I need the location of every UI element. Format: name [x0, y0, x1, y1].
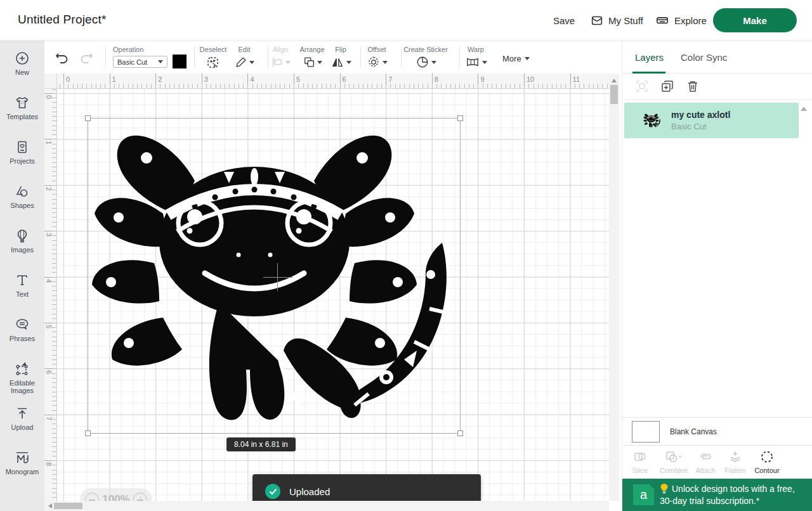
contour-icon: [759, 450, 775, 465]
tab-layers[interactable]: Layers: [635, 41, 664, 74]
project-title: Untitled Project*: [18, 13, 107, 27]
caret-down-icon: [346, 61, 351, 64]
vertical-scroll-thumb[interactable]: [610, 85, 618, 104]
ruler-number: 0: [66, 75, 70, 83]
redo-button[interactable]: [79, 51, 94, 65]
sidebar-item-templates[interactable]: Templates: [0, 95, 44, 139]
flatten-button: Flatten: [719, 450, 751, 474]
lightbulb-icon: [660, 484, 669, 494]
ruler-number: 5: [45, 325, 53, 328]
layer-name: my cute axlotl: [671, 110, 730, 120]
resize-handle-bottom-right[interactable]: [457, 430, 463, 436]
trial-upsell-banner[interactable]: a Unlock design tools with a free, 30-da…: [622, 479, 812, 511]
color-swatch[interactable]: [173, 55, 187, 68]
undo-button[interactable]: [55, 51, 70, 65]
design-space-app: Untitled Project* Save My Stuff Exp: [0, 0, 812, 511]
project-notebook-icon: [15, 139, 30, 155]
cursor-crosshair: [277, 263, 278, 291]
sidebar-item-shapes[interactable]: Shapes: [0, 184, 44, 228]
operation-select[interactable]: Basic Cut: [113, 56, 167, 68]
slice-button: Slice: [624, 450, 656, 474]
shapes-icon: [15, 184, 30, 199]
canvas-color-swatch[interactable]: [632, 421, 660, 443]
access-badge: a: [633, 484, 654, 505]
flip-button[interactable]: Flip: [325, 41, 357, 68]
flatten-icon: [728, 450, 743, 465]
plus-circle-icon: [15, 51, 30, 66]
ruler-number: 1: [45, 141, 53, 145]
sidebar-item-images[interactable]: Images: [0, 228, 44, 273]
sidebar-item-phrases[interactable]: Phrases: [0, 317, 44, 361]
sidebar-item-text[interactable]: Text: [0, 273, 44, 317]
make-button[interactable]: Make: [713, 8, 797, 32]
ruler-number: 8: [45, 462, 53, 466]
save-button[interactable]: Save: [553, 0, 575, 41]
ruler-number: 1: [112, 75, 116, 83]
layer-operation: Basic Cut: [671, 122, 730, 131]
left-sidebar: New Templates Projects Shapes: [0, 41, 44, 511]
caret-down-icon: [249, 61, 254, 64]
duplicate-layer-button[interactable]: [660, 79, 674, 93]
sidebar-item-new[interactable]: New: [0, 51, 44, 95]
upload-icon: [15, 406, 30, 421]
paperclip-icon: [698, 450, 713, 465]
flip-icon: [331, 56, 344, 68]
caret-down-icon: [525, 57, 530, 60]
ruler-corner: [44, 74, 57, 89]
success-check-icon: [265, 484, 280, 499]
ruler-vertical: 012345678: [44, 89, 57, 501]
ruler-number: 9: [480, 75, 484, 83]
dimensions-badge: 8.04 in x 6.81 in: [226, 437, 296, 451]
combine-button: Combine: [655, 450, 693, 474]
selection-bounding-box[interactable]: [88, 118, 461, 434]
monogram-icon: [14, 450, 30, 465]
my-stuff-button[interactable]: My Stuff: [590, 0, 643, 41]
ruler-number: 4: [45, 279, 53, 283]
banner-text-line2: 30-day trial subscription.*: [660, 495, 795, 507]
warp-button[interactable]: Warp: [458, 41, 494, 68]
delete-layer-button[interactable]: [686, 79, 700, 93]
axolotl-artwork[interactable]: [88, 119, 461, 434]
ruler-number: 6: [343, 75, 346, 83]
vertical-scrollbar[interactable]: [609, 74, 619, 501]
blank-canvas-label: Blank Canvas: [670, 427, 717, 436]
ruler-number: 2: [45, 187, 53, 191]
editable-images-icon: [15, 361, 30, 377]
edit-button[interactable]: Edit: [227, 41, 261, 68]
scroll-left-arrow[interactable]: [48, 503, 52, 508]
explore-button[interactable]: Explore: [655, 0, 707, 41]
more-button[interactable]: More: [502, 54, 530, 63]
hot-air-balloon-icon: [15, 228, 30, 243]
ruler-number: 4: [250, 75, 254, 83]
offset-button[interactable]: Offset: [359, 41, 395, 68]
resize-handle-top-left[interactable]: [85, 115, 91, 121]
ruler-horizontal: 01234567891011: [57, 74, 609, 89]
canvas-area: 01234567891011 012345678 8.04 in x 6.81 …: [44, 74, 619, 511]
layer-actions-bar: Slice Combine Attach Flat: [622, 445, 812, 479]
layer-row-my-cute-axlotl[interactable]: my cute axlotl Basic Cut: [624, 103, 799, 138]
ruler-number: 3: [45, 233, 53, 236]
resize-handle-bottom-left[interactable]: [85, 430, 91, 436]
sidebar-item-projects[interactable]: Projects: [0, 139, 44, 184]
sidebar-item-monogram[interactable]: Monogram: [0, 450, 44, 495]
offset-icon: [367, 56, 381, 68]
align-button: Align: [264, 41, 297, 68]
ruler-number: 5: [296, 75, 300, 83]
create-sticker-button[interactable]: Create Sticker: [400, 41, 452, 68]
resize-handle-top-right[interactable]: [457, 115, 463, 121]
ruler-number: 10: [527, 75, 534, 83]
sidebar-item-upload[interactable]: Upload: [0, 406, 44, 450]
tab-color-sync[interactable]: Color Sync: [681, 41, 727, 74]
deselect-button[interactable]: Deselect: [195, 41, 232, 70]
horizontal-scroll-thumb[interactable]: [54, 503, 82, 509]
ruler-number: 2: [158, 75, 162, 83]
group-select-icon: [635, 79, 649, 93]
layer-list-scroll-up-arrow[interactable]: [801, 107, 807, 111]
horizontal-scrollbar[interactable]: [44, 501, 609, 511]
scroll-up-arrow[interactable]: [612, 79, 617, 82]
design-canvas[interactable]: 8.04 in x 6.81 in Uploaded 100%: [57, 89, 609, 501]
caret-down-icon: [317, 61, 322, 64]
ruler-number: 8: [435, 75, 438, 83]
sidebar-item-editable-images[interactable]: Editable Images: [0, 361, 44, 406]
contour-button[interactable]: Contour: [751, 450, 783, 474]
